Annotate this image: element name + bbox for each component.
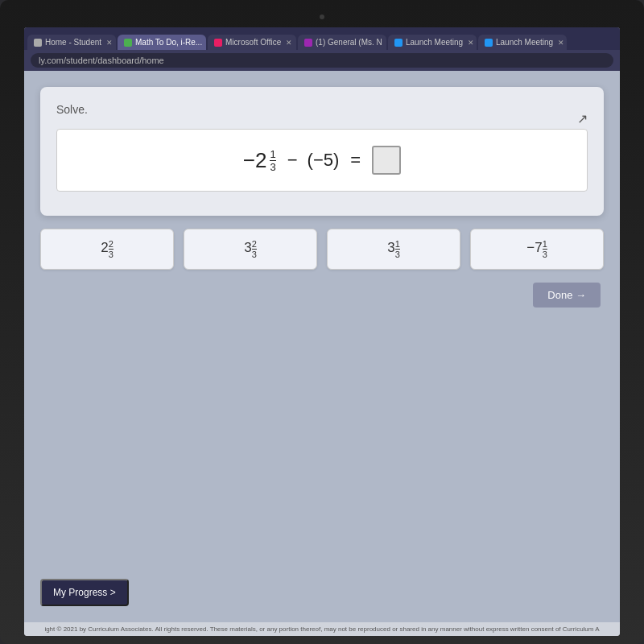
answer-input-box[interactable] (372, 146, 401, 175)
choice-3-fraction: 13 (395, 239, 400, 259)
tab-favicon (214, 39, 222, 47)
tab-office[interactable]: Microsoft Office ✕ (208, 35, 296, 50)
tab-close-icon[interactable]: ✕ (468, 39, 474, 47)
address-bar[interactable]: ly.com/student/dashboard/home (31, 53, 613, 68)
choice-4-den: 3 (543, 250, 547, 259)
laptop-bezel: Home - Student ✕ Math To Do, i-Re... ✕ M… (0, 0, 644, 644)
denominator: 3 (270, 161, 275, 172)
tab-close-icon[interactable]: ✕ (286, 39, 292, 47)
tab-bar: Home - Student ✕ Math To Do, i-Re... ✕ M… (24, 27, 620, 50)
choice-1-integer: 2 (101, 240, 108, 255)
tab-label: Home - Student (45, 38, 101, 47)
tab-launch1[interactable]: Launch Meeting ✕ (388, 35, 477, 50)
tab-label: Launch Meeting (496, 38, 553, 47)
tab-close-icon[interactable]: ✕ (558, 39, 564, 47)
equals-sign: = (350, 150, 361, 171)
tab-label: Math To Do, i-Re... (135, 38, 202, 47)
choice-4-num: 1 (543, 239, 547, 250)
tab-favicon (485, 39, 493, 47)
choice-4-integer: −7 (526, 240, 542, 255)
question-card-wrapper: Solve. −2 1 3 − (40, 87, 604, 216)
tab-label: (1) General (Ms. N (316, 38, 382, 47)
tab-favicon (124, 39, 132, 47)
equation-text: −2 1 3 − (−5) = (243, 146, 401, 175)
done-button[interactable]: Done → (533, 283, 601, 308)
choice-1[interactable]: 223 (40, 229, 174, 270)
choice-3[interactable]: 313 (327, 229, 460, 270)
tab-close-icon[interactable]: ✕ (106, 39, 113, 47)
choice-2-integer: 3 (244, 240, 251, 255)
choice-2[interactable]: 323 (184, 229, 317, 270)
answer-choices: 223 323 313 −713 (40, 229, 604, 270)
tab-math[interactable]: Math To Do, i-Re... ✕ (118, 35, 206, 50)
question-card: Solve. −2 1 3 − (40, 87, 604, 216)
tab-launch2[interactable]: Launch Meeting ✕ (478, 35, 567, 50)
tab-favicon (34, 39, 42, 47)
webcam (320, 14, 324, 19)
my-progress-button[interactable]: My Progress > (40, 579, 129, 606)
tab-label: Microsoft Office (225, 38, 281, 47)
choice-4-fraction: 13 (543, 239, 547, 259)
solve-label: Solve. (56, 103, 588, 116)
integer-part: −2 (243, 148, 267, 173)
page-content: Solve. −2 1 3 − (24, 71, 620, 622)
fraction-part: 1 3 (270, 149, 275, 172)
tab-favicon (394, 39, 402, 47)
choice-2-den: 3 (252, 250, 257, 259)
tab-home[interactable]: Home - Student ✕ (27, 35, 116, 50)
second-operand: (−5) (308, 150, 340, 171)
equation-box: −2 1 3 − (−5) = (56, 129, 588, 192)
numerator: 1 (270, 149, 275, 161)
done-area: Done → (40, 283, 604, 308)
browser-chrome: Home - Student ✕ Math To Do, i-Re... ✕ M… (24, 27, 620, 71)
choice-3-integer: 3 (387, 240, 394, 255)
screen: Home - Student ✕ Math To Do, i-Re... ✕ M… (24, 27, 620, 636)
tab-label: Launch Meeting (406, 38, 463, 47)
choice-4[interactable]: −713 (470, 229, 604, 270)
mixed-number-part: −2 1 3 (243, 148, 278, 173)
choice-1-den: 3 (109, 250, 114, 259)
tab-general[interactable]: (1) General (Ms. N ✕ (298, 35, 386, 50)
address-bar-row: ly.com/student/dashboard/home (24, 50, 620, 71)
choice-3-den: 3 (395, 250, 400, 259)
operator: − (287, 150, 298, 171)
my-progress-area: My Progress > (40, 579, 604, 606)
footer: ight © 2021 by Curriculum Associates. Al… (24, 622, 620, 636)
choice-1-num: 2 (109, 239, 114, 250)
tab-favicon (304, 39, 312, 47)
choice-3-num: 1 (395, 239, 400, 250)
choice-2-num: 2 (252, 239, 257, 250)
choice-2-fraction: 23 (252, 239, 257, 259)
choice-1-fraction: 23 (109, 239, 114, 259)
